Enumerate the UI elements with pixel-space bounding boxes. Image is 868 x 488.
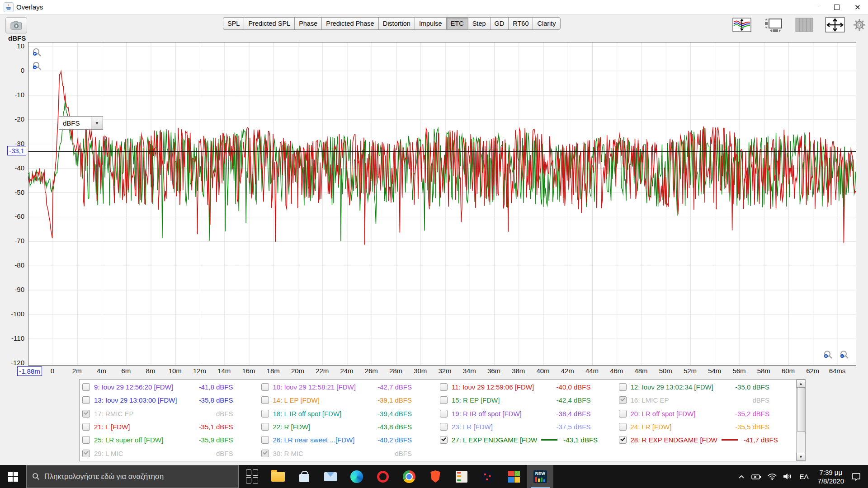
measurement-checkbox[interactable] [440,410,448,418]
measurement-checkbox[interactable] [261,423,269,431]
measurement-checkbox[interactable] [440,396,448,404]
y-zoom-out-button[interactable] [32,61,43,72]
measurement-label[interactable]: 25: LR super off [FDW] [94,436,163,444]
measurement-checkbox[interactable] [619,423,627,431]
chevron-down-icon[interactable]: ▼ [91,116,103,130]
measurement-checkbox[interactable] [619,396,627,404]
measurement-checkbox[interactable] [619,436,627,444]
measurement-label[interactable]: 28: R EXP ENDGAME [FDW [631,436,717,444]
tray-chevron-up-icon[interactable] [734,465,749,488]
measurement-checkbox[interactable] [261,436,269,444]
action-center-icon[interactable] [849,465,864,488]
language-indicator[interactable]: ΕΛ [795,465,813,488]
measurement-checkbox[interactable] [261,383,269,391]
measurement-label[interactable]: 13: Ιουν 29 13:03:00 [FDW] [94,396,177,404]
task-view-button[interactable] [239,465,265,488]
maximize-button[interactable] [826,0,847,14]
pixel-app-icon[interactable] [475,465,501,488]
start-button[interactable] [0,465,26,488]
measurement-label[interactable]: 11: Ιουν 29 12:59:06 [FDW] [452,383,534,391]
file-explorer-icon[interactable] [265,465,291,488]
measurement-checkbox[interactable] [440,423,448,431]
tab-spl[interactable]: SPL [223,17,244,30]
measurement-label[interactable]: 14: L EP [FDW] [273,396,320,404]
measurement-checkbox[interactable] [82,410,90,418]
measurement-label[interactable]: 21: L [FDW] [94,423,130,431]
tab-gd[interactable]: GD [490,17,509,30]
tab-impulse[interactable]: Impulse [415,17,447,30]
plot-area[interactable]: dBFS ▼ [28,42,856,366]
tab-etc[interactable]: ETC [446,17,468,30]
tab-predicted-spl[interactable]: Predicted SPL [244,17,295,30]
measurement-label[interactable]: 19: R IR off spot [FDW] [452,410,522,418]
measurement-label[interactable]: 17: RMIC EP [94,410,134,418]
taskbar-search-input[interactable]: Πληκτρολογήστε εδώ για αναζήτηση [26,465,239,488]
measurement-label[interactable]: 22: R [FDW] [273,423,311,431]
y-zoom-in-button[interactable] [32,48,43,59]
etc-trace-canvas[interactable] [28,42,856,365]
store-icon[interactable] [291,465,317,488]
measurement-checkbox[interactable] [82,383,90,391]
mail-icon[interactable] [317,465,344,488]
edge-icon[interactable] [344,465,370,488]
measurement-checkbox[interactable] [82,396,90,404]
notebook-icon[interactable] [448,465,475,488]
scroll-down-icon[interactable]: ▼ [797,453,805,461]
scrollbar-thumb[interactable] [797,388,805,432]
x-tick-label: 56m [732,367,745,375]
measurement-label[interactable]: 10: Ιουν 29 12:58:21 [FDW] [273,383,356,391]
measurement-label[interactable]: 23: LR [FDW] [452,423,493,431]
measurement-label[interactable]: 9: Ιουν 29 12:56:20 [FDW] [94,383,173,391]
tab-step[interactable]: Step [468,17,491,30]
tab-clarity[interactable]: Clarity [533,17,560,30]
measurement-checkbox[interactable] [440,436,448,444]
pan-graph-icon[interactable] [825,17,845,33]
battery-icon[interactable] [749,465,764,488]
unit-selector-dropdown[interactable]: dBFS ▼ [59,116,103,130]
x-zoom-in-button[interactable] [823,350,834,361]
brave-icon[interactable] [422,465,448,488]
measurement-label[interactable]: 29: L MIC [94,450,123,457]
mosaic-app-icon[interactable] [501,465,527,488]
legend-scrollbar[interactable]: ▲ ▼ [796,380,805,461]
measurement-label[interactable]: 26: LR near sweet ...[FDW] [273,436,355,444]
measurement-label[interactable]: 12: Ιουν 29 13:02:34 [FDW] [631,383,713,391]
opera-icon[interactable] [370,465,396,488]
measurement-label[interactable]: 18: L IR off spot [FDW] [273,410,342,418]
tab-distortion[interactable]: Distortion [378,17,415,30]
measurement-label[interactable]: 15: R EP [FDW] [452,396,500,404]
minimize-button[interactable] [806,0,826,14]
chrome-icon[interactable] [396,465,422,488]
measurement-label[interactable]: 27: L EXP ENDGAME [FDW [452,436,537,444]
close-button[interactable] [847,0,868,14]
measurement-checkbox[interactable] [619,410,627,418]
measurement-checkbox[interactable] [261,396,269,404]
measurement-label[interactable]: 16: LMIC EP [631,396,669,404]
legend-item: 20: LR off spot [FDW]-35,2 dBFS [617,407,796,420]
unit-selector-value[interactable]: dBFS [59,116,91,130]
volume-icon[interactable] [780,465,795,488]
measurement-label[interactable]: 30: R MIC [273,450,304,457]
window-layout-icon[interactable] [763,17,784,33]
measurement-checkbox[interactable] [82,450,90,457]
measurement-label[interactable]: 24: LR [FDW] [631,423,672,431]
measurement-checkbox[interactable] [82,436,90,444]
align-traces-icon[interactable] [731,17,752,33]
task-view-icon [246,469,258,483]
measurement-checkbox[interactable] [261,410,269,418]
rew-icon[interactable]: REW [527,465,553,488]
wifi-icon[interactable] [764,465,780,488]
measurement-checkbox[interactable] [261,450,269,457]
tab-predicted-phase[interactable]: Predicted Phase [321,17,378,30]
measurement-label[interactable]: 20: LR off spot [FDW] [631,410,696,418]
capture-graph-button[interactable] [5,17,27,33]
scroll-up-icon[interactable]: ▲ [797,380,805,388]
measurement-checkbox[interactable] [440,383,448,391]
tab-rt60[interactable]: RT60 [508,17,533,30]
settings-gear-icon[interactable] [852,17,867,33]
measurement-checkbox[interactable] [82,423,90,431]
x-zoom-out-button[interactable] [840,350,850,361]
clock[interactable]: 7:39 μμ 7/8/2020 [813,465,849,488]
tab-phase[interactable]: Phase [294,17,322,30]
measurement-checkbox[interactable] [619,383,627,391]
